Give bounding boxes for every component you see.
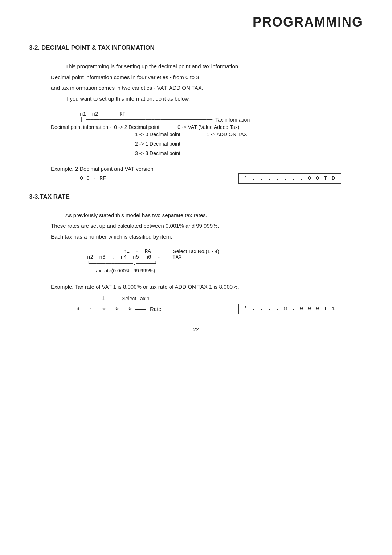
s33-rate-text: tax rate(0.000%- 99.999%)	[94, 268, 155, 274]
example-32-row: 0 0 - RF * . . . . . . . 0 0 T D	[29, 175, 363, 182]
display-box-33: * . . . . 8 . 0 0 0 T 1	[238, 304, 341, 314]
display-box-32: * . . . . . . . 0 0 T D	[238, 173, 341, 184]
tax-row-1: 1 -> ADD ON TAX	[207, 130, 247, 139]
section-32-title: 3-2. DECIMAL POINT & TAX INFORMATION	[29, 44, 363, 52]
pipe-bracket-row: | └─────────────────────────────────────…	[80, 117, 363, 123]
pipe-char: |	[80, 117, 83, 123]
select-tax-row: 1 —— Select Tax 1	[102, 296, 363, 301]
section-32-para4: If you want to set up this information, …	[65, 94, 363, 104]
decimal-row-3: 3 -> 3 Decimal point	[135, 149, 180, 158]
select-tax-num: 1	[102, 296, 105, 301]
vat-label: 0 -> VAT (Value Added Tax)	[177, 124, 239, 130]
s33-row1-label: Select Tax No.(1 - 4)	[173, 248, 219, 254]
diagram-line1: n1 n2 - RF	[80, 111, 363, 117]
n1n2-rf-label: n1 n2 - RF	[80, 111, 126, 117]
rate-row: 8 · 0 0 0 —— Rate * . . . . 8 . 0 0 0 T …	[29, 306, 363, 312]
decimal-label-text: Decimal point information - 0 -> 2 Decim…	[51, 124, 159, 130]
s33-row2: n2 n3 . n4 n5 n6 - TAX	[87, 254, 363, 260]
section-32: 3-2. DECIMAL POINT & TAX INFORMATION Thi…	[29, 44, 363, 182]
header-rule	[29, 33, 363, 33]
tax-row-3	[207, 149, 247, 158]
section-33-para2: These rates are set up and calculated be…	[51, 221, 363, 231]
decimal-tax-row: Decimal point information - 0 -> 2 Decim…	[51, 124, 363, 130]
section-33-para1: As previously stated this model has two …	[65, 211, 363, 220]
section-32-para3: and tax information comes in two varieti…	[51, 83, 363, 93]
section-33-para3: Each tax has a number which is classifie…	[51, 232, 363, 242]
decimal-row-2: 2 -> 1 Decimal point	[135, 139, 180, 149]
select-tax-dash: ——	[108, 296, 118, 301]
diagram-32: n1 n2 - RF | └──────────────────────────…	[65, 111, 363, 123]
example-33-label: Example. Tax rate of VAT 1 is 8.000% or …	[51, 284, 363, 290]
page-number: 22	[29, 327, 363, 332]
example-32-code: 0 0 - RF	[80, 175, 106, 182]
example-33-text: Example. Tax rate of VAT 1 is 8.000% or …	[51, 284, 239, 290]
s33-brace-row: └──────────────.──────┘	[87, 260, 363, 268]
s33-row1: n1 - RA —— Select Tax No.(1 - 4)	[123, 248, 363, 254]
s33-rate-label: tax rate(0.000%- 99.999%)	[94, 268, 363, 274]
bracket-tax-col: └───────────────────────────────────────…	[84, 117, 250, 123]
rate-dash: ——	[135, 306, 146, 312]
s33-row1-dash: ——	[160, 248, 170, 254]
section-33-title: 3-3.TAX RATE	[29, 193, 363, 200]
decimal-info-label: Decimal point information - 0 -> 2 Decim…	[51, 124, 159, 130]
section-33: 3-3.TAX RATE As previously stated this m…	[29, 193, 363, 312]
example-32-label: Example. 2 Decimal point and VAT version	[51, 166, 363, 172]
section-32-para2: Decimal point information comes in four …	[51, 73, 363, 82]
display-box-32-wrap: * . . . . . . . 0 0 T D	[238, 173, 341, 184]
select-tax-label: Select Tax 1	[122, 296, 150, 301]
s33-brace: └──────────────.──────┘	[87, 260, 363, 268]
tax-info-label: Tax information	[215, 117, 250, 123]
rate-num: 8 · 0 0 0	[76, 306, 132, 312]
decimal-row-1: 1 -> 0 Decimal point	[135, 130, 180, 139]
page-title: PROGRAMMING	[29, 15, 363, 30]
tax-row-2	[207, 139, 247, 149]
display-box-33-wrap: * . . . . 8 . 0 0 0 T 1	[238, 304, 341, 314]
diagram-33: n1 - RA —— Select Tax No.(1 - 4) n2 n3 .…	[87, 248, 363, 274]
example-32-text: Example. 2 Decimal point and VAT version	[51, 166, 154, 172]
tax-rows: 1 -> ADD ON TAX	[207, 130, 247, 158]
rate-label: Rate	[150, 306, 162, 312]
decimal-tax-rows: 1 -> 0 Decimal point 2 -> 1 Decimal poin…	[51, 130, 363, 158]
bracket-char: └───────────────────────────────────────…	[84, 117, 212, 123]
decimal-rows: 1 -> 0 Decimal point 2 -> 1 Decimal poin…	[135, 130, 180, 158]
s33-row1-text: n1 - RA	[123, 248, 157, 254]
section-32-para1: This programming is for setting up the d…	[65, 62, 363, 71]
rate-code: 8 · 0 0 0 —— Rate	[76, 306, 162, 312]
page-header: PROGRAMMING	[29, 15, 363, 30]
s33-row2-text: n2 n3 . n4 n5 n6 - TAX	[87, 254, 181, 260]
bracket-tax-row: └───────────────────────────────────────…	[84, 117, 250, 123]
